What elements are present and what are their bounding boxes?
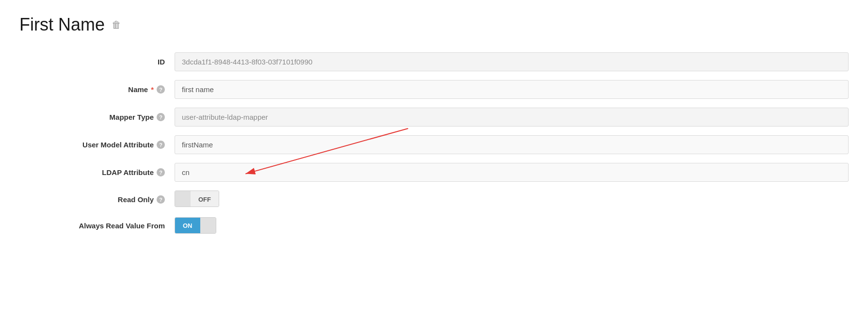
toggle-on-side-read-only[interactable] [175,191,191,207]
field-label-mapper-type: Mapper Type [110,113,154,121]
required-indicator: * [151,85,154,94]
field-input-ldap-attribute[interactable] [175,163,849,182]
read-only-toggle[interactable]: OFF [175,191,219,207]
toggle-off-side-read-only[interactable]: OFF [191,191,219,207]
field-label-id: ID [158,58,165,66]
field-row-read-only: Read Only ? OFF [19,191,849,208]
field-label-read-only: Read Only [118,195,154,204]
field-label-name: Name [128,85,148,94]
field-label-always-read-value-from: Always Read Value From [79,222,165,230]
toggle-on-side-always-read[interactable]: ON [175,218,200,233]
field-row-user-model-attribute: User Model Attribute ? [19,135,849,154]
field-input-name[interactable] [175,80,849,99]
field-row-always-read-value-from: Always Read Value From ON [19,217,849,234]
field-row-ldap-attribute: LDAP Attribute ? [19,163,849,182]
page-title: First Name [19,15,105,35]
help-icon-ldap-attribute[interactable]: ? [157,168,165,176]
help-icon-mapper-type[interactable]: ? [157,113,165,121]
field-input-user-model-attribute[interactable] [175,135,849,154]
delete-icon[interactable]: 🗑 [112,19,121,31]
help-icon-user-model-attribute[interactable]: ? [157,141,165,149]
help-icon-name[interactable]: ? [157,85,165,94]
field-label-ldap-attribute: LDAP Attribute [102,168,154,176]
field-row-name: Name * ? [19,80,849,99]
field-label-user-model-attribute: User Model Attribute [82,141,154,149]
toggle-off-side-always-read[interactable] [200,218,216,234]
field-input-mapper-type[interactable] [175,108,849,127]
field-row-mapper-type: Mapper Type ? [19,108,849,127]
always-read-value-toggle[interactable]: ON [175,217,216,234]
field-input-id[interactable] [175,52,849,71]
help-icon-read-only[interactable]: ? [157,195,165,204]
field-row-id: ID [19,52,849,71]
